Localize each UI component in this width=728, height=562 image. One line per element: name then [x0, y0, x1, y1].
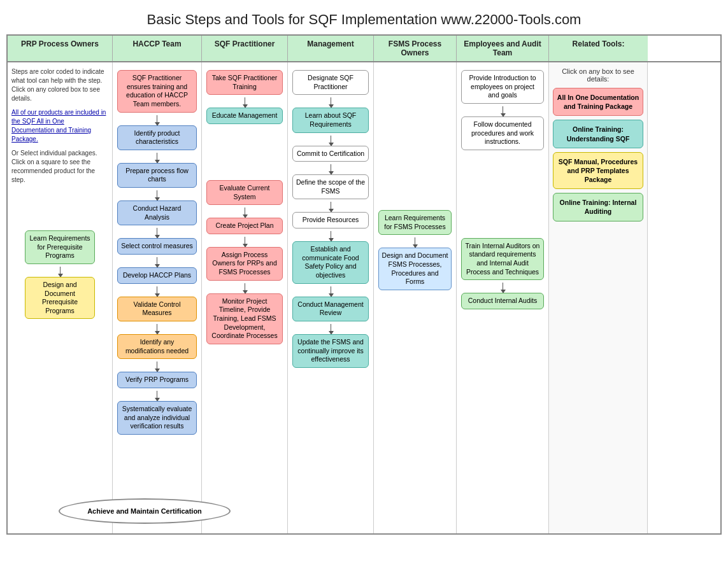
arrow-haccp-3 — [157, 228, 157, 235]
sqf-box-3[interactable]: Create Project Plan — [206, 218, 283, 234]
arrow-haccp-7 — [157, 362, 157, 369]
diagram-wrapper: PRP Process Owners HACCP Team SQF Practi… — [6, 34, 722, 535]
arrow-haccp-2 — [157, 190, 157, 198]
haccp-box-1[interactable]: Identify product characteristics — [117, 125, 197, 150]
header-prp: PRP Process Owners — [8, 36, 113, 61]
page-title: Basic Steps and Tools for SQF Implementa… — [0, 0, 728, 34]
arrow-emp-0 — [503, 106, 503, 114]
haccp-box-5[interactable]: Develop HACCP Plans — [117, 267, 197, 284]
prp-box-design[interactable]: Design and Document Prerequisite Program… — [25, 277, 95, 320]
arrow-mgmt-0 — [331, 97, 331, 105]
sqf-box-5[interactable]: Monitor Project Timeline, Provide Traini… — [206, 293, 283, 344]
col-mgmt: Designate SQF Practitioner Learn about S… — [288, 62, 374, 533]
arrow-mgmt-4 — [331, 231, 331, 239]
arrow-fsms-0 — [415, 237, 415, 245]
arrow-mgmt-1 — [331, 136, 331, 143]
haccp-box-4[interactable]: Select control measures — [117, 238, 197, 255]
arrow-haccp-0 — [157, 115, 157, 123]
arrow-mgmt-5 — [331, 286, 331, 294]
arrow-sqf-4 — [245, 283, 245, 291]
col-emp: Provide Introduction to employees on pro… — [457, 62, 549, 533]
mgmt-box-0[interactable]: Designate SQF Practitioner — [292, 70, 369, 95]
cert-oval: Achieve and Maintain Certification — [59, 498, 231, 524]
arrow-mgmt-3 — [331, 202, 331, 209]
tool-2[interactable]: SQF Manual, Procedures and PRP Templates… — [553, 152, 643, 190]
fsms-box-1[interactable]: Design and Document FSMS Processes, Proc… — [378, 248, 452, 290]
tool-0[interactable]: All In One Documentation and Training Pa… — [553, 88, 643, 116]
arrow-haccp-6 — [157, 324, 157, 332]
mgmt-box-4[interactable]: Provide Resources — [292, 212, 369, 228]
mgmt-box-7[interactable]: Update the FSMS and continually improve … — [292, 334, 369, 368]
arrow-haccp-5 — [157, 286, 157, 294]
content-area: Steps are color coded to indicate what t… — [8, 62, 720, 533]
arrow-haccp-8 — [157, 391, 157, 398]
arrow-prp-1 — [60, 267, 61, 274]
mgmt-box-2[interactable]: Commit to Certification — [292, 146, 369, 162]
haccp-box-6[interactable]: Validate Control Measures — [117, 297, 197, 321]
header-haccp: HACCP Team — [113, 36, 202, 61]
sqf-box-4[interactable]: Assign Process Owners for PRPs and FSMS … — [206, 247, 283, 281]
sidebar-link[interactable]: All of our products are included in the … — [11, 108, 108, 144]
arrow-mgmt-6 — [331, 324, 331, 332]
tools-note: Click on any box to see details: — [553, 67, 643, 83]
col-fsms: Learn Requirements for FSMS Processes De… — [374, 62, 457, 533]
header-mgmt: Management — [288, 36, 374, 61]
arrow-emp-2 — [503, 283, 503, 290]
arrow-haccp-1 — [157, 153, 157, 160]
mgmt-box-1[interactable]: Learn about SQF Requirements — [292, 108, 369, 132]
sqf-box-0[interactable]: Take SQF Practitioner Training — [206, 70, 283, 95]
col-sqf: Take SQF Practitioner Training Educate M… — [202, 62, 288, 533]
sqf-box-2[interactable]: Evaluate Current System — [206, 180, 283, 205]
haccp-box-3[interactable]: Conduct Hazard Analysis — [117, 200, 197, 225]
mgmt-box-5[interactable]: Establish and communicate Food Safety Po… — [292, 241, 369, 284]
tool-1[interactable]: Online Training: Understanding SQF — [553, 120, 643, 148]
haccp-box-9[interactable]: Systematically evaluate and analyze indi… — [117, 401, 197, 435]
emp-box-3[interactable]: Conduct Internal Audits — [461, 293, 544, 309]
haccp-box-7[interactable]: Identify any modifications needed — [117, 334, 197, 359]
header-emp: Employees and Audit Team — [457, 36, 549, 61]
sidebar-desc1: Steps are color coded to indicate what t… — [11, 67, 108, 103]
arrow-sqf-3 — [245, 237, 245, 244]
header-sqf: SQF Practitioner — [202, 36, 288, 61]
sqf-box-1[interactable]: Educate Management — [206, 108, 283, 124]
arrow-mgmt-2 — [331, 164, 331, 172]
prp-box-learn[interactable]: Learn Requirements for Prerequisite Prog… — [25, 230, 95, 264]
col-haccp: SQF Practitioner ensures training and ed… — [113, 62, 202, 533]
arrow-haccp-4 — [157, 257, 157, 265]
emp-box-2[interactable]: Train Internal Auditors on standard requ… — [461, 238, 544, 281]
tool-3[interactable]: Online Training: Internal Auditing — [553, 193, 643, 221]
arrow-sqf-0 — [245, 97, 245, 105]
sidebar-desc2: Or Select individual packages. Click on … — [11, 149, 108, 185]
emp-box-0[interactable]: Provide Introduction to employees on pro… — [461, 70, 544, 104]
col-tools: Click on any box to see details: All In … — [549, 62, 648, 533]
haccp-box-0[interactable]: SQF Practitioner ensures training and ed… — [117, 70, 197, 113]
haccp-box-2[interactable]: Prepare process flow charts — [117, 163, 197, 188]
header-fsms: FSMS Process Owners — [374, 36, 457, 61]
col-prp: Steps are color coded to indicate what t… — [8, 62, 113, 533]
arrow-sqf-2 — [245, 207, 245, 215]
haccp-box-8[interactable]: Verify PRP Programs — [117, 372, 197, 388]
emp-box-1[interactable]: Follow documented procedures and work in… — [461, 116, 544, 150]
header-tools: Related Tools: — [549, 36, 648, 61]
fsms-box-0[interactable]: Learn Requirements for FSMS Processes — [378, 210, 452, 235]
mgmt-box-6[interactable]: Conduct Management Review — [292, 297, 369, 321]
column-headers: PRP Process Owners HACCP Team SQF Practi… — [8, 36, 720, 62]
mgmt-box-3[interactable]: Define the scope of the FSMS — [292, 174, 369, 199]
